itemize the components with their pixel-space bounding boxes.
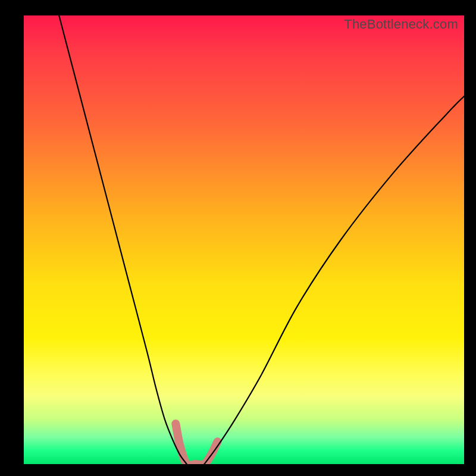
curves-svg (24, 15, 464, 464)
right-curve-path (204, 96, 464, 464)
chart-frame: TheBottleneck.com (0, 0, 476, 476)
plot-area: TheBottleneck.com (24, 15, 464, 464)
left-curve-path (59, 15, 187, 464)
